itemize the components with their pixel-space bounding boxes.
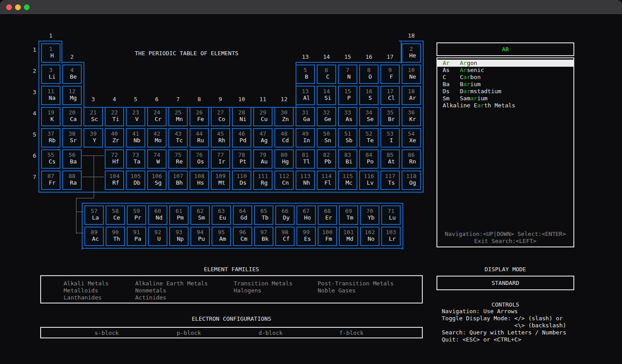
element-cell-pb[interactable]: 82Pb	[317, 149, 336, 169]
element-cell-k[interactable]: 19K	[41, 107, 61, 126]
element-cell-eu[interactable]: 63Eu	[212, 205, 231, 225]
search-result-row[interactable]: BaBarium	[437, 81, 573, 88]
element-cell-sb[interactable]: 51Sb	[338, 128, 357, 148]
element-cell-sm[interactable]: 62Sm	[190, 205, 210, 225]
element-cell-pt[interactable]: 78Pt	[232, 149, 251, 169]
element-cell-po[interactable]: 84Po	[359, 149, 379, 169]
element-cell-lu[interactable]: 71Lu	[381, 205, 401, 225]
element-cell-tb[interactable]: 65Tb	[254, 205, 273, 225]
element-cell-og[interactable]: 118Og	[402, 171, 421, 190]
element-cell-sc[interactable]: 21Sc	[83, 107, 103, 126]
element-cell-pr[interactable]: 59Pr	[127, 205, 146, 225]
element-cell-na[interactable]: 11Na	[41, 86, 61, 105]
element-cell-as[interactable]: 33As	[338, 107, 357, 126]
element-cell-fe[interactable]: 26Fe	[190, 107, 209, 126]
element-cell-kr[interactable]: 36Kr	[402, 107, 421, 126]
element-cell-cf[interactable]: 98Cf	[275, 227, 295, 246]
element-cell-sr[interactable]: 38Sr	[62, 128, 82, 148]
element-cell-nh[interactable]: 113Nh	[296, 171, 315, 190]
element-cell-hf[interactable]: 72Hf	[105, 149, 124, 169]
zoom-button-icon[interactable]	[24, 4, 30, 10]
element-cell-si[interactable]: 14Si	[317, 86, 336, 105]
element-cell-dy[interactable]: 66Dy	[275, 205, 295, 225]
element-cell-b[interactable]: 5B	[296, 64, 315, 84]
element-cell-h[interactable]: 1H	[41, 43, 61, 63]
element-cell-te[interactable]: 52Te	[359, 128, 379, 148]
element-cell-sn[interactable]: 50Sn	[317, 128, 336, 148]
element-cell-s[interactable]: 16S	[359, 86, 379, 105]
element-cell-mn[interactable]: 25Mn	[168, 107, 188, 126]
element-cell-ti[interactable]: 22Ti	[105, 107, 124, 126]
element-cell-re[interactable]: 75Re	[168, 149, 188, 169]
minimize-button-icon[interactable]	[15, 4, 21, 10]
element-cell-xe[interactable]: 54Xe	[402, 128, 421, 148]
element-cell-os[interactable]: 76Os	[190, 149, 209, 169]
search-result-row[interactable]: CCarbon	[437, 74, 573, 81]
element-cell-pm[interactable]: 61Pm	[169, 205, 189, 225]
search-result-row[interactable]: DsDarmstadtium	[437, 88, 573, 95]
element-cell-bk[interactable]: 97Bk	[254, 227, 273, 246]
element-cell-pu[interactable]: 94Pu	[190, 227, 210, 246]
element-cell-gd[interactable]: 64Gd	[233, 205, 252, 225]
element-cell-tc[interactable]: 43Tc	[168, 128, 188, 148]
element-cell-at[interactable]: 85At	[380, 149, 400, 169]
element-cell-se[interactable]: 34Se	[359, 107, 379, 126]
element-cell-y[interactable]: 39Y	[83, 128, 103, 148]
element-cell-ca[interactable]: 20Ca	[62, 107, 82, 126]
element-cell-db[interactable]: 105Db	[126, 171, 145, 190]
element-cell-cs[interactable]: 55Cs	[41, 149, 61, 169]
element-cell-mt[interactable]: 109Mt	[211, 171, 230, 190]
element-cell-ge[interactable]: 32Ge	[317, 107, 336, 126]
element-cell-ts[interactable]: 117Ts	[380, 171, 400, 190]
element-cell-cr[interactable]: 24Cr	[147, 107, 167, 126]
element-cell-am[interactable]: 95Am	[212, 227, 231, 246]
element-cell-np[interactable]: 93Np	[169, 227, 189, 246]
element-cell-he[interactable]: 2He	[402, 43, 421, 63]
element-cell-pd[interactable]: 46Pd	[232, 128, 251, 148]
element-cell-al[interactable]: 13Al	[296, 86, 315, 105]
element-cell-md[interactable]: 101Md	[339, 227, 358, 246]
element-cell-ds[interactable]: 110Ds	[232, 171, 251, 190]
element-cell-mg[interactable]: 12Mg	[62, 86, 82, 105]
search-result-row[interactable]: ArArgon	[437, 60, 573, 67]
search-result-row[interactable]: SmSamarium	[437, 95, 573, 102]
element-cell-fl[interactable]: 114Fl	[317, 171, 336, 190]
element-cell-co[interactable]: 27Co	[211, 107, 230, 126]
element-cell-ru[interactable]: 44Ru	[190, 128, 209, 148]
close-button-icon[interactable]	[6, 4, 12, 10]
element-cell-bi[interactable]: 83Bi	[338, 149, 357, 169]
element-cell-tm[interactable]: 69Tm	[339, 205, 358, 225]
element-cell-rb[interactable]: 37Rb	[41, 128, 61, 148]
element-cell-cm[interactable]: 96Cm	[233, 227, 252, 246]
element-cell-c[interactable]: 6C	[317, 64, 336, 84]
element-cell-ba[interactable]: 56Ba	[62, 149, 82, 169]
element-cell-la[interactable]: 57La	[84, 205, 104, 225]
element-cell-v[interactable]: 23V	[126, 107, 145, 126]
element-cell-no[interactable]: 102No	[360, 227, 379, 246]
element-cell-be[interactable]: 4Be	[62, 64, 82, 84]
element-cell-ac[interactable]: 89Ac	[84, 227, 104, 246]
element-cell-rf[interactable]: 104Rf	[105, 171, 124, 190]
element-cell-au[interactable]: 79Au	[253, 149, 273, 169]
element-cell-cn[interactable]: 112Cn	[274, 171, 294, 190]
element-cell-rg[interactable]: 111Rg	[253, 171, 273, 190]
element-cell-ag[interactable]: 47Ag	[253, 128, 273, 148]
element-cell-ho[interactable]: 67Ho	[296, 205, 316, 225]
element-cell-ne[interactable]: 10Ne	[402, 64, 421, 84]
element-cell-zn[interactable]: 30Zn	[274, 107, 294, 126]
element-cell-u[interactable]: 92U	[148, 227, 167, 246]
element-cell-f[interactable]: 9F	[380, 64, 400, 84]
element-cell-ni[interactable]: 28Ni	[232, 107, 251, 126]
element-cell-pa[interactable]: 91Pa	[127, 227, 146, 246]
element-cell-nb[interactable]: 41Nb	[126, 128, 145, 148]
element-cell-zr[interactable]: 40Zr	[105, 128, 124, 148]
element-cell-lr[interactable]: 103Lr	[381, 227, 401, 246]
element-cell-hg[interactable]: 80Hg	[274, 149, 294, 169]
search-result-row[interactable]: Alkaline Earth Metals	[437, 102, 573, 109]
element-cell-lv[interactable]: 116Lv	[359, 171, 379, 190]
element-cell-mo[interactable]: 42Mo	[147, 128, 167, 148]
element-cell-w[interactable]: 74W	[147, 149, 167, 169]
element-cell-es[interactable]: 99Es	[296, 227, 316, 246]
search-result-row[interactable]: AsArsenic	[437, 67, 573, 74]
element-cell-ga[interactable]: 31Ga	[296, 107, 315, 126]
